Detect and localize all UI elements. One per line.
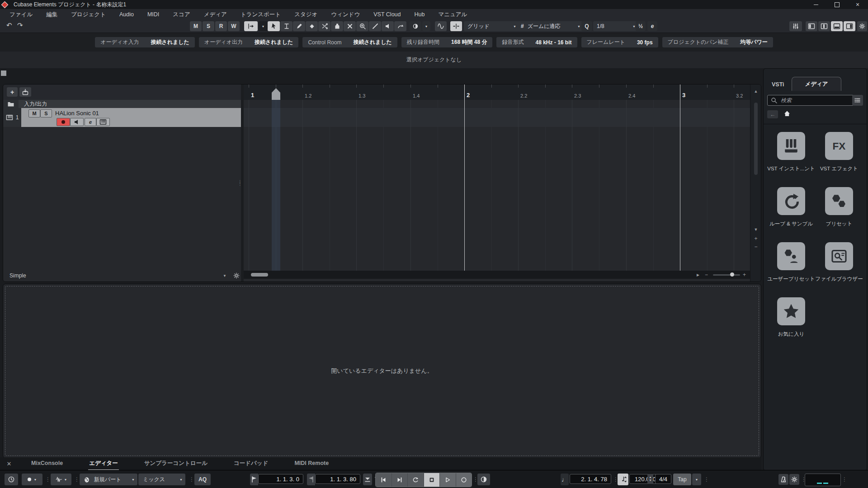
zoom-slider[interactable] xyxy=(713,274,740,276)
media-tile[interactable]: プリセット xyxy=(815,187,863,242)
menu-item[interactable]: スタジオ xyxy=(288,9,324,20)
track-setup-gear-icon[interactable] xyxy=(233,272,240,279)
event-display-grid[interactable] xyxy=(244,100,750,271)
record-button[interactable] xyxy=(456,473,472,487)
quantize-icon[interactable]: Q xyxy=(581,21,592,31)
visibility-preset-label[interactable]: Simple xyxy=(9,272,26,279)
info-field[interactable]: 録音形式48 kHz - 16 bit xyxy=(496,37,577,47)
primary-time-display[interactable]: 2. 1. 4. 78 xyxy=(570,474,611,484)
menu-item[interactable]: MIDI xyxy=(141,9,166,20)
info-field[interactable]: フレームレート30 fps xyxy=(581,37,658,47)
menu-item[interactable]: トランスポート xyxy=(234,9,288,20)
menu-item[interactable]: Hub xyxy=(408,9,432,20)
solo-button[interactable]: S xyxy=(40,109,52,117)
audio-record-mode-dropdown[interactable]: ▼ xyxy=(51,474,71,485)
scroll-down-icon[interactable]: ▼ xyxy=(750,227,761,232)
midi-record-mode-dropdown[interactable]: ミックス ▼ xyxy=(138,474,185,485)
menu-item[interactable]: ファイル xyxy=(3,9,39,20)
tab-media[interactable]: メディア xyxy=(792,77,841,91)
window-layout-handle[interactable] xyxy=(1,70,6,76)
horizontal-scrollbar[interactable]: ▸ − + xyxy=(244,271,750,279)
automation-write-w[interactable]: W xyxy=(228,21,240,31)
time-signature-display[interactable]: 4/4 xyxy=(655,474,671,484)
redo-icon[interactable]: ↷ xyxy=(17,21,23,29)
add-track-button[interactable]: + xyxy=(7,87,18,97)
tempo-track-button[interactable] xyxy=(618,474,628,485)
snap-zero-cross-button[interactable] xyxy=(435,21,447,31)
mute-button[interactable]: M xyxy=(28,109,40,117)
punch-in-flag-icon[interactable] xyxy=(250,474,258,485)
tab-MixConsole[interactable]: MixConsole xyxy=(18,457,76,470)
home-icon[interactable] xyxy=(783,110,791,117)
split-tool[interactable] xyxy=(318,21,330,31)
track-row[interactable]: 1 M S HALion Sonic 01 e xyxy=(3,108,241,127)
tempo-dropdown[interactable]: ▼ xyxy=(692,474,701,485)
media-tile[interactable]: お気に入り xyxy=(767,297,815,352)
cycle-marker[interactable] xyxy=(272,88,280,100)
mixconsole-button[interactable] xyxy=(789,21,802,31)
scroll-up-icon[interactable]: ▲ xyxy=(750,89,761,94)
right-locator-display[interactable]: 1. 1. 3. 80 xyxy=(315,474,360,484)
stop-button[interactable] xyxy=(424,473,440,487)
zoom-slider-thumb[interactable] xyxy=(730,272,734,277)
io-folder-track[interactable]: 入力/出力 xyxy=(3,100,241,108)
left-locator-display[interactable]: 1. 1. 3. 0 xyxy=(258,474,303,484)
metronome-setup-gear-icon[interactable] xyxy=(789,474,799,485)
time-format-icon[interactable]: ♩ xyxy=(561,474,569,485)
list-view-button[interactable] xyxy=(852,95,863,106)
object-select-tool[interactable] xyxy=(268,21,280,31)
snap-button[interactable] xyxy=(450,21,462,31)
track-main[interactable]: M S HALion Sonic 01 e xyxy=(21,108,241,127)
preset-dropdown-icon[interactable]: ▼ xyxy=(223,274,226,278)
info-field[interactable]: Control Room接続されました xyxy=(302,37,397,47)
info-field[interactable]: オーディオ出力接続されました xyxy=(199,37,299,47)
zoom-tool[interactable] xyxy=(356,21,368,31)
inspector-toggle[interactable] xyxy=(818,21,830,31)
info-field[interactable]: プロジェクトのパン補正均等パワー xyxy=(662,37,773,47)
color-tool[interactable] xyxy=(410,21,421,31)
setup-toolbar-button[interactable] xyxy=(857,21,867,31)
instrument-button[interactable] xyxy=(96,118,110,126)
zoom-in-icon[interactable]: + xyxy=(743,271,746,279)
vzoom-in-icon[interactable]: + xyxy=(750,235,761,242)
tab-サンプラーコントロール[interactable]: サンプラーコントロール xyxy=(131,457,221,470)
back-icon[interactable]: ← xyxy=(767,110,778,118)
record-time-max-button[interactable] xyxy=(5,474,18,485)
goto-start-button[interactable] xyxy=(376,473,392,487)
goto-end-button[interactable] xyxy=(392,473,408,487)
zoom-out-icon[interactable]: − xyxy=(705,271,708,279)
media-search-input[interactable] xyxy=(780,97,836,104)
info-field[interactable]: オーディオ入力接続されました xyxy=(95,37,195,47)
automation-read-r[interactable]: R xyxy=(215,21,227,31)
left-zone-toggle[interactable] xyxy=(806,21,817,31)
autoscroll-dropdown[interactable]: ▼ xyxy=(259,21,268,31)
go-to-left-locator-button[interactable] xyxy=(363,474,372,485)
vzoom-out-icon[interactable]: − xyxy=(750,244,761,250)
track-name[interactable]: HALion Sonic 01 xyxy=(55,110,99,117)
tab-vsti[interactable]: VSTi xyxy=(772,81,784,88)
tap-tempo-button[interactable]: Tap xyxy=(673,474,691,485)
quantize-panel-button[interactable]: e xyxy=(647,21,657,31)
maximize-button[interactable] xyxy=(826,0,847,9)
tab-コードパッド[interactable]: コードパッド xyxy=(221,457,281,470)
media-tile[interactable]: ユーザープリセット xyxy=(767,242,815,297)
edit-channel-button[interactable]: e xyxy=(85,118,96,126)
close-lower-zone-icon[interactable]: ✕ xyxy=(0,460,18,467)
metronome-button[interactable] xyxy=(778,474,788,485)
media-tile[interactable]: ループ & サンプル xyxy=(767,187,815,242)
automation-read-s[interactable]: S xyxy=(203,21,214,31)
menu-item[interactable]: プロジェクト xyxy=(64,9,113,20)
play-tool[interactable] xyxy=(382,21,394,31)
timeline-ruler[interactable]: 11.21.31.422.22.32.433.2 xyxy=(244,84,750,100)
scrub-tool[interactable] xyxy=(394,21,406,31)
close-button[interactable]: × xyxy=(847,0,868,9)
menu-item[interactable]: 編集 xyxy=(39,9,64,20)
punch-out-flag-icon[interactable] xyxy=(307,474,315,485)
media-tile[interactable]: ファイルブラウザー xyxy=(815,242,863,297)
menu-item[interactable]: VST Cloud xyxy=(367,9,407,20)
right-zone-toggle[interactable] xyxy=(844,21,855,31)
mute-tool[interactable] xyxy=(344,21,356,31)
record-mode-dropdown[interactable]: ▼ xyxy=(22,474,42,485)
autoscroll-button[interactable] xyxy=(244,21,258,31)
use-track-preset-button[interactable] xyxy=(19,87,31,97)
